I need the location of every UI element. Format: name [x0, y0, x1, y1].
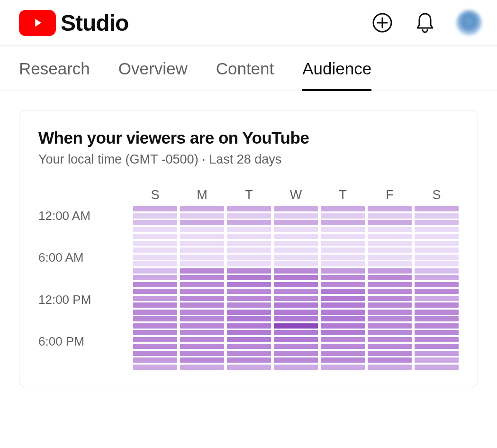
- heatmap-cell: [274, 227, 318, 232]
- heatmap-cell: [321, 234, 365, 239]
- heatmap-cell: [180, 268, 224, 274]
- heatmap-cell: [133, 316, 177, 321]
- app-header: Studio: [0, 0, 497, 46]
- heatmap-cell: [321, 227, 365, 232]
- tab-content[interactable]: Content: [216, 59, 274, 91]
- heatmap-cell: [180, 206, 224, 211]
- heatmap-cell: [227, 302, 271, 308]
- heatmap-cell: [180, 357, 224, 363]
- heatmap-cell: [133, 344, 177, 349]
- heatmap-cell: [321, 344, 365, 349]
- heatmap-cell: [368, 234, 412, 239]
- heatmap-cell: [415, 261, 459, 266]
- heatmap-cell: [227, 255, 271, 260]
- bell-icon: [416, 12, 434, 34]
- heatmap-cell: [274, 220, 318, 225]
- heatmap-cell: [415, 227, 459, 232]
- heatmap-cell: [180, 351, 224, 356]
- heatmap-cell: [227, 220, 271, 225]
- heatmap-cell: [133, 275, 177, 280]
- heatmap-cell: [227, 241, 271, 246]
- heatmap-grid-wrap: SMTWTFS: [133, 188, 459, 370]
- tab-overview[interactable]: Overview: [118, 59, 188, 91]
- heatmap-cell: [415, 206, 459, 211]
- heatmap-cell: [180, 213, 224, 219]
- heatmap-cell: [180, 282, 224, 287]
- heatmap-cell: [368, 330, 412, 335]
- heatmap-cell: [415, 220, 459, 225]
- heatmap-cell: [227, 289, 271, 294]
- heatmap-cell: [227, 234, 271, 239]
- heatmap-cell: [227, 344, 271, 349]
- heatmap-cell: [368, 337, 412, 342]
- heatmap-cell: [274, 213, 318, 219]
- heatmap-cell: [321, 310, 365, 315]
- heatmap-cell: [368, 289, 412, 294]
- avatar[interactable]: [456, 10, 482, 36]
- heatmap-cell: [274, 234, 318, 239]
- heatmap-cell: [227, 351, 271, 356]
- heatmap-cell: [133, 365, 177, 370]
- logo-group[interactable]: Studio: [19, 10, 128, 36]
- create-button[interactable]: [371, 11, 394, 34]
- header-actions: [371, 10, 482, 36]
- heatmap-cell: [415, 296, 459, 301]
- heatmap-cell: [415, 310, 459, 315]
- heatmap-cell: [415, 351, 459, 356]
- heatmap-cell: [274, 337, 318, 342]
- heatmap-cell: [415, 330, 459, 335]
- heatmap-cell: [180, 344, 224, 349]
- heatmap-cell: [368, 220, 412, 225]
- heatmap-cell: [133, 302, 177, 308]
- heatmap-cell: [415, 247, 459, 253]
- heatmap-cell: [368, 282, 412, 287]
- heatmap-cell: [321, 282, 365, 287]
- day-header: W: [274, 188, 318, 202]
- heatmap-cell: [133, 261, 177, 266]
- heatmap-cell: [368, 351, 412, 356]
- heatmap-cell: [180, 296, 224, 301]
- heatmap-cell: [133, 289, 177, 294]
- heatmap-cell: [133, 213, 177, 219]
- heatmap-cell: [227, 330, 271, 335]
- heatmap-cell: [368, 310, 412, 315]
- heatmap-cell: [133, 247, 177, 253]
- heatmap-cell: [368, 365, 412, 370]
- heatmap-cell: [274, 365, 318, 370]
- heatmap-day-column: [321, 206, 365, 370]
- heatmap-cell: [227, 213, 271, 219]
- heatmap-cell: [415, 316, 459, 321]
- tab-audience[interactable]: Audience: [302, 59, 371, 91]
- heatmap-cell: [415, 323, 459, 329]
- day-header: S: [415, 188, 459, 202]
- heatmap-cell: [227, 206, 271, 211]
- heatmap-cell: [415, 302, 459, 308]
- heatmap-cell: [180, 275, 224, 280]
- heatmap-cell: [133, 296, 177, 301]
- heatmap-cell: [321, 302, 365, 308]
- heatmap-cell: [321, 357, 365, 363]
- day-header: M: [180, 188, 224, 202]
- heatmap-cell: [321, 323, 365, 329]
- heatmap-cell: [274, 296, 318, 301]
- day-header: T: [321, 188, 365, 202]
- viewers-on-youtube-card: When your viewers are on YouTube Your lo…: [19, 110, 478, 387]
- heatmap-cell: [368, 261, 412, 266]
- heatmap-cell: [368, 241, 412, 246]
- heatmap-cell: [227, 282, 271, 287]
- heatmap-cell: [133, 227, 177, 232]
- heatmap-cell: [180, 255, 224, 260]
- tab-research[interactable]: Research: [19, 59, 90, 91]
- heatmap-cell: [180, 330, 224, 335]
- heatmap-day-column: [368, 206, 412, 370]
- heatmap-cell: [368, 344, 412, 349]
- heatmap-cell: [227, 316, 271, 321]
- heatmap-day-column: [274, 206, 318, 370]
- heatmap-cell: [180, 323, 224, 329]
- heatmap-cell: [321, 351, 365, 356]
- notifications-button[interactable]: [414, 11, 436, 34]
- heatmap-cell: [368, 275, 412, 280]
- heatmap-cell: [415, 365, 459, 370]
- heatmap-cell: [274, 247, 318, 253]
- heatmap-cell: [133, 357, 177, 363]
